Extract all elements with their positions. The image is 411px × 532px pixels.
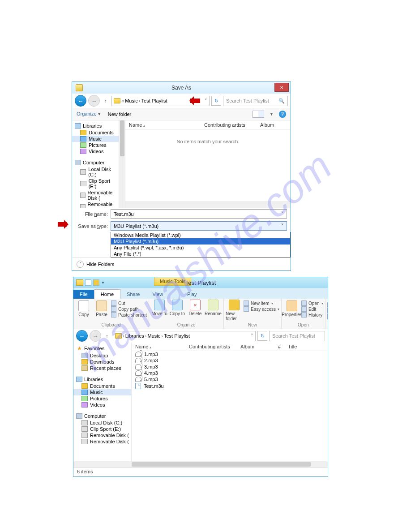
col-album[interactable]: Album xyxy=(260,122,287,128)
copy-to-button[interactable]: Copy to xyxy=(169,300,186,316)
chevron-down-icon[interactable]: ▼ xyxy=(270,112,274,116)
crumb-playlist[interactable]: Test Playlist xyxy=(164,333,190,339)
refresh-button[interactable]: ↻ xyxy=(257,331,267,341)
help-button[interactable]: ? xyxy=(279,111,286,118)
nav-clip-e[interactable]: Clip Sport (E:) xyxy=(72,178,119,189)
nav-desktop[interactable]: Desktop xyxy=(73,352,131,359)
option-any-file[interactable]: Any File (*.*) xyxy=(111,251,290,257)
new-folder-button[interactable]: New folder xyxy=(108,112,132,117)
filename-input[interactable]: Test.m3u˅ xyxy=(111,209,287,219)
nav-removable-2[interactable]: Removable Disk ( xyxy=(73,438,131,445)
tab-play[interactable]: Play xyxy=(181,290,203,299)
tab-home[interactable]: Home xyxy=(94,289,120,299)
nav-documents[interactable]: Documents xyxy=(72,129,119,136)
file-item[interactable]: 1.mp3 xyxy=(132,351,328,357)
libraries-node[interactable]: Libraries xyxy=(73,376,131,383)
dropdown-arrow-icon[interactable]: ˅ xyxy=(205,98,207,104)
computer-node[interactable]: Computer xyxy=(72,159,119,166)
nav-pictures[interactable]: Pictures xyxy=(73,395,131,402)
invert-selection-button[interactable]: Invert s xyxy=(327,314,328,319)
chevron-down-icon[interactable]: ˅ xyxy=(251,333,253,339)
nav-removable-1[interactable]: Removable Disk ( xyxy=(73,432,131,438)
col-contrib[interactable]: Contributing artists xyxy=(189,344,240,349)
favorites-node[interactable]: ★Favorites xyxy=(73,344,131,352)
nav-documents[interactable]: Documents xyxy=(73,383,131,389)
crumb-music[interactable]: Music xyxy=(125,98,138,103)
breadcrumb-bar[interactable]: « Music › Test Playlist ˅ xyxy=(111,96,210,106)
delete-button[interactable]: ✕Delete xyxy=(187,300,204,316)
nav-tree[interactable]: ★Favorites Desktop Downloads Recent plac… xyxy=(73,343,132,461)
open-button[interactable]: Open ▾ xyxy=(301,300,323,306)
savetype-combobox[interactable]: M3U Playlist (*.m3u)˅ xyxy=(111,221,287,231)
tree-scrollbar[interactable] xyxy=(119,120,125,208)
properties-button[interactable]: Properties xyxy=(283,300,300,317)
chevron-down-icon[interactable]: ˅ xyxy=(281,211,284,217)
nav-removable-2[interactable]: Removable Disk ( xyxy=(72,201,119,208)
nav-music[interactable]: Music xyxy=(72,136,119,142)
col-title[interactable]: Title xyxy=(281,344,297,349)
libraries-node[interactable]: Libraries xyxy=(72,122,119,129)
scroll-thumb[interactable] xyxy=(132,462,311,467)
paste-button[interactable]: Paste xyxy=(93,300,110,317)
file-item[interactable]: Test.m3u xyxy=(132,382,328,390)
h-scrollbar[interactable] xyxy=(125,202,291,208)
col-contrib[interactable]: Contributing artists xyxy=(204,122,260,128)
nav-videos[interactable]: Videos xyxy=(73,402,131,408)
search-box[interactable]: Search Test Playlist 🔍 xyxy=(223,96,288,106)
rename-button[interactable]: Rename xyxy=(205,300,222,316)
nav-downloads[interactable]: Downloads xyxy=(73,359,131,365)
column-headers[interactable]: Name ▴ Contributing artists Album xyxy=(125,120,291,130)
breadcrumb-bar[interactable]: › Libraries › Music › Test Playlist ˅ xyxy=(113,331,256,341)
tab-file[interactable]: File xyxy=(73,290,94,299)
chevron-down-icon[interactable]: ▼ xyxy=(101,281,105,285)
nav-removable-1[interactable]: Removable Disk ( xyxy=(72,189,119,201)
nav-tree[interactable]: Libraries Documents Music Pictures Video… xyxy=(72,120,119,208)
chevron-down-icon[interactable]: ˅ xyxy=(281,223,284,229)
crumb-playlist[interactable]: Test Playlist xyxy=(141,98,167,103)
new-item-button[interactable]: New item ▾ xyxy=(244,300,279,306)
chevron-up-icon[interactable]: ˄ xyxy=(77,261,84,268)
qat-button[interactable] xyxy=(93,279,99,286)
nav-clip-e[interactable]: Clip Sport (E:) xyxy=(73,426,131,432)
nav-music[interactable]: Music xyxy=(73,389,131,395)
titlebar[interactable]: ▼ Music Tools Test Playlist xyxy=(73,277,328,288)
file-item[interactable]: 5.mp3 xyxy=(132,376,328,382)
h-scrollbar[interactable] xyxy=(73,461,328,468)
hide-folders-button[interactable]: Hide Folders xyxy=(86,262,114,267)
copy-button[interactable]: Copy xyxy=(75,300,92,317)
tab-share[interactable]: Share xyxy=(120,290,146,299)
view-options-button[interactable] xyxy=(253,111,264,118)
up-button[interactable]: ↑ xyxy=(102,98,110,103)
nav-local-c[interactable]: Local Disk (C:) xyxy=(72,166,119,178)
nav-recent[interactable]: Recent places xyxy=(73,365,131,371)
col-name[interactable]: Name ▴ xyxy=(129,122,204,128)
option-any-playlist[interactable]: Any Playlist (*.wpl, *.asx, *.m3u) xyxy=(111,245,290,251)
up-button[interactable]: ↑ xyxy=(103,333,111,339)
qat-button[interactable] xyxy=(85,279,91,286)
crumb-libraries[interactable]: Libraries xyxy=(125,333,144,339)
col-album[interactable]: Album xyxy=(240,344,267,349)
forward-button[interactable]: → xyxy=(88,95,100,107)
back-button[interactable]: ← xyxy=(76,330,88,342)
nav-pictures[interactable]: Pictures xyxy=(72,142,119,148)
file-item[interactable]: 4.mp3 xyxy=(132,370,328,376)
option-wpl[interactable]: Windows Media Playlist (*.wpl) xyxy=(111,232,290,238)
search-box[interactable]: Search Test Playlist xyxy=(269,331,325,341)
col-num[interactable]: # xyxy=(267,344,281,349)
cut-button[interactable]: Cut xyxy=(111,300,147,306)
select-all-button[interactable]: Select a xyxy=(327,302,328,308)
computer-node[interactable]: Computer xyxy=(73,412,131,420)
easy-access-button[interactable]: Easy access ▾ xyxy=(244,306,279,312)
nav-local-c[interactable]: Local Disk (C:) xyxy=(73,420,131,426)
titlebar[interactable]: Save As ✕ xyxy=(72,82,291,94)
scroll-thumb[interactable] xyxy=(120,120,124,156)
history-button[interactable]: History xyxy=(301,312,323,317)
file-item[interactable]: 2.mp3 xyxy=(132,357,328,364)
move-to-button[interactable]: Move to xyxy=(151,300,168,316)
organize-button[interactable]: Organize xyxy=(77,111,101,117)
option-m3u[interactable]: M3U Playlist (*.m3u) xyxy=(111,238,290,245)
copy-path-button[interactable]: Copy path xyxy=(111,306,147,312)
column-headers[interactable]: Name ▴ Contributing artists Album # Titl… xyxy=(132,343,328,351)
forward-button[interactable]: → xyxy=(90,330,101,342)
col-name[interactable]: Name ▴ xyxy=(135,344,189,349)
